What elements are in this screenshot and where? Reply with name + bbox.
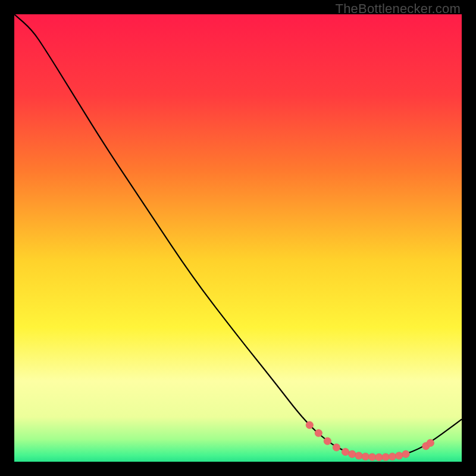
data-marker bbox=[349, 450, 356, 458]
data-marker bbox=[396, 452, 403, 459]
chart-frame bbox=[14, 14, 462, 462]
data-marker bbox=[342, 448, 349, 455]
data-marker bbox=[324, 437, 331, 444]
data-marker bbox=[427, 439, 434, 446]
data-marker bbox=[355, 452, 362, 459]
data-marker bbox=[389, 453, 396, 460]
data-marker bbox=[382, 453, 389, 461]
data-marker bbox=[362, 453, 369, 460]
data-marker bbox=[368, 453, 375, 461]
data-marker bbox=[402, 450, 409, 458]
gradient-background bbox=[14, 14, 462, 462]
data-marker bbox=[306, 421, 313, 428]
data-marker bbox=[315, 430, 322, 437]
data-marker bbox=[333, 444, 340, 451]
data-marker bbox=[375, 453, 383, 461]
bottleneck-chart bbox=[14, 14, 462, 462]
